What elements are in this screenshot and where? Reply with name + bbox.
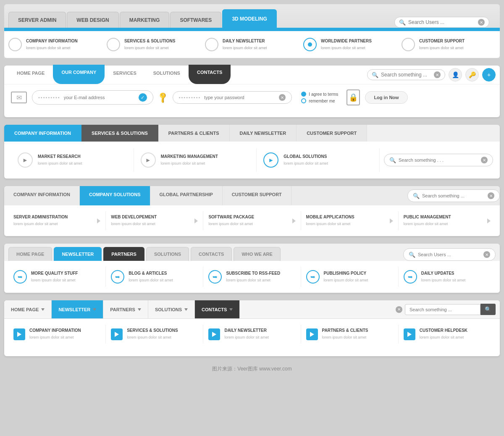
nav2-tab[interactable]: HOME PAGE: [8, 66, 53, 84]
nav5-item[interactable]: ➥ DAILY UPDATES lorem ipsum dolor sit am…: [399, 267, 496, 287]
nav5-clear-button[interactable]: ✕: [483, 251, 490, 258]
nav5-item[interactable]: ➥ PUBLISHING POLICY lorem ipsum dolor si…: [301, 267, 399, 287]
email-input[interactable]: [64, 95, 135, 100]
nav1-tab[interactable]: SERVER ADMIN: [8, 12, 66, 28]
nav3-search-box: 🔍 ✕: [384, 154, 493, 166]
add-icon-button[interactable]: +: [482, 68, 496, 81]
nav5-item[interactable]: ➥ MORE QUALITY STUFF lorem ipsum dolor s…: [8, 267, 106, 287]
email-dots: •••••••••: [38, 95, 60, 100]
nav1-item[interactable]: WORLDWIDE PARTNERS lorem ipsum dolor sit…: [303, 38, 397, 51]
nav4-item[interactable]: SOFTWARE PACKAGE lorem ipsum dolor sit a…: [203, 211, 301, 230]
nav6-item-text: PARTNERS & CLIENTS lorem ipsum dolor sit…: [322, 328, 368, 340]
agree-terms-row[interactable]: I agree to terms: [301, 92, 338, 97]
nav6-tab[interactable]: NEWSLETTER: [52, 300, 103, 318]
nav3-item[interactable]: ► MARKET RESEARCH lorem ipsum dolor sit …: [11, 148, 134, 172]
login-button[interactable]: Log in Now: [365, 91, 407, 104]
user-icon-button[interactable]: 👤: [449, 68, 462, 81]
nav4-item[interactable]: PUBLIC MANAGEMENT lorem ipsum dolor sit …: [399, 211, 496, 230]
nav4-item[interactable]: MOBILE APPLICATIONS lorem ipsum dolor si…: [301, 211, 399, 230]
key-icon-button[interactable]: 🔑: [465, 68, 479, 81]
nav3-item-text: GLOBAL SOLUTIONS lorem ipsum dolor sit a…: [284, 154, 328, 166]
remember-me-row[interactable]: remember me: [301, 98, 338, 103]
nav6-item[interactable]: DAILY NEWSLETTER lorem ipsum dolor sit a…: [203, 325, 301, 344]
nav3-item-list: ► MARKET RESEARCH lorem ipsum dolor sit …: [4, 142, 500, 179]
nav1-item[interactable]: DAILY NEWSLETTER lorem ipsum dolor sit a…: [205, 38, 299, 51]
nav1-tab[interactable]: SOFTWARES: [170, 12, 221, 28]
nav1-item-text: COMPANY INFORMATION lorem ipsum dolor si…: [26, 39, 78, 51]
nav4-clear-button[interactable]: ✕: [488, 192, 494, 199]
nav5-item[interactable]: ➥ SUBSCRIBE TO RSS-FEED lorem ipsum dolo…: [203, 267, 301, 287]
nav6-clear-button[interactable]: ✕: [396, 306, 402, 313]
chevron-right-icon: [194, 218, 198, 223]
nav4-item[interactable]: SERVER ADMINISTRATION lorem ipsum dolor …: [8, 211, 106, 230]
password-field[interactable]: ••••••••• ✕: [173, 91, 292, 104]
nav4-tab[interactable]: CUSTOMER SUPPORT: [223, 186, 291, 205]
nav2-tab[interactable]: OUR COMPANY: [53, 65, 105, 84]
nav6-item[interactable]: SERVICES & SOLUTIONS lorem ipsum dolor s…: [106, 325, 203, 344]
dropdown-arrow-icon: [41, 308, 45, 311]
nav3-item[interactable]: ► GLOBAL SOLUTIONS lorem ipsum dolor sit…: [257, 148, 380, 172]
nav4-item[interactable]: WEB DEVELOPEMENT lorem ipsum dolor sit a…: [106, 211, 203, 230]
nav5-tab[interactable]: CONTACTS: [191, 247, 232, 261]
login-arrow-icon: ➥: [306, 270, 320, 284]
nav4-tab[interactable]: COMPANY SOLUTIONS: [80, 186, 150, 205]
nav3-tab[interactable]: DAILY NEWSLETTER: [230, 125, 297, 142]
nav6-item-text: COMPANY INFORMATION lorem ipsum dolor si…: [29, 328, 81, 340]
email-field[interactable]: ••••••••• ✓: [32, 90, 153, 105]
nav5-tab[interactable]: NEWSLETTER: [54, 247, 102, 261]
password-input[interactable]: [204, 95, 276, 100]
nav6-search-button[interactable]: 🔍: [480, 304, 496, 315]
nav2-login-area: ✉ ••••••••• ✓ 🔑 ••••••••• ✕ I agree to t…: [4, 84, 500, 110]
email-confirm-button[interactable]: ✓: [139, 93, 147, 102]
nav4-tab[interactable]: COMPANY INFORMATION: [4, 186, 80, 205]
nav3-tab[interactable]: CUSTOMER SUPPORT: [297, 125, 367, 142]
nav2-tab[interactable]: SERVICES: [105, 66, 144, 84]
nav3-item[interactable]: ► MARKETING MANAGEMENT lorem ipsum dolor…: [134, 148, 257, 172]
nav3-clear-button[interactable]: ✕: [481, 157, 488, 163]
nav5-item-text: PUBLISHING POLICY lorem ipsum dolor sit …: [324, 271, 368, 283]
remember-radio[interactable]: [301, 98, 306, 103]
nav1-clear-button[interactable]: ✕: [478, 19, 485, 26]
nav6-tab[interactable]: SOLUTIONS: [148, 300, 195, 318]
nav1-tab[interactable]: 3D MODELING: [222, 9, 276, 28]
nav5-tab[interactable]: SOLUTIONS: [146, 247, 189, 261]
nav6-item[interactable]: CUSTOMER HELPDESK lorem ipsum dolor sit …: [399, 325, 496, 344]
nav3-tab[interactable]: COMPANY INFORMATION: [4, 125, 81, 142]
nav5-tab[interactable]: PARTNERS: [103, 247, 144, 261]
nav1-item[interactable]: SERVICES & SOLUTIONS lorem ipsum dolor s…: [107, 38, 201, 51]
nav5-tab[interactable]: WHO WE ARE: [234, 247, 281, 261]
nav1-search-input[interactable]: [408, 19, 475, 25]
nav2-tab[interactable]: SOLUTIONS: [145, 66, 189, 84]
nav6-tab-label: CONTACTS: [202, 307, 227, 312]
nav3-tab-list: COMPANY INFORMATIONSERVICES & SOLUTIONSP…: [4, 125, 500, 142]
nav4-tab[interactable]: GLOBAL PARTNERSHIP: [150, 186, 223, 205]
agree-radio[interactable]: [301, 92, 306, 97]
nav6-tab[interactable]: Home page: [4, 300, 52, 318]
nav1-tab[interactable]: WEB DESIGN: [67, 12, 118, 28]
nav6-tab[interactable]: PARTNERS: [103, 300, 148, 318]
nav2-search-input[interactable]: [381, 72, 431, 78]
nav6-item[interactable]: COMPANY INFORMATION lorem ipsum dolor si…: [8, 325, 106, 344]
arrow-circle: ►: [263, 152, 278, 168]
nav1-item[interactable]: COMPANY INFORMATION lorem ipsum dolor si…: [8, 38, 102, 51]
nav6-item-text: DAILY NEWSLETTER lorem ipsum dolor sit a…: [224, 328, 269, 340]
login-arrow-icon: ➥: [13, 270, 27, 284]
nav2-tab[interactable]: CONTACTS: [189, 65, 231, 84]
nav3-search-input[interactable]: [399, 158, 478, 163]
nav3-tab[interactable]: SERVICES & SOLUTIONS: [81, 125, 158, 142]
radio-circle: [107, 38, 120, 51]
nav5-tab[interactable]: HOME PAGE: [8, 247, 52, 261]
nav1-item[interactable]: CUSTOMER SUPPORT lorem ipsum dolor sit a…: [402, 38, 496, 51]
nav6-tab[interactable]: CONTACTS: [195, 300, 240, 318]
nav6-item[interactable]: PARTNERS & CLIENTS lorem ipsum dolor sit…: [301, 325, 399, 344]
nav4-search-input[interactable]: [422, 193, 485, 198]
nav2-clear-button[interactable]: ✕: [434, 71, 441, 78]
password-clear-button[interactable]: ✕: [279, 94, 286, 101]
nav1-tab[interactable]: MARKETING: [120, 12, 170, 28]
nav3-tab[interactable]: PARTNERS & CLIENTS: [158, 125, 230, 142]
chevron-right-icon: [390, 218, 393, 223]
nav4-search-box: 🔍 ✕: [407, 189, 500, 202]
nav6-search-input[interactable]: [405, 304, 480, 315]
nav5-item[interactable]: ➥ BLOG & ARTICLES lorem ipsum dolor sit …: [106, 267, 203, 287]
nav5-search-input[interactable]: [418, 252, 481, 257]
